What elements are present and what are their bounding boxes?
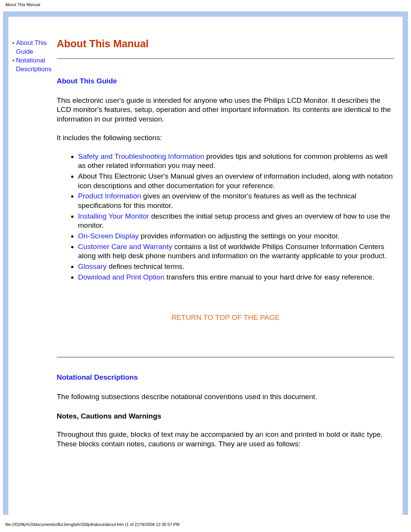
sidebar-link-notational[interactable]: Notational Descriptions bbox=[16, 56, 52, 74]
list-item: Download and Print Option transfers this… bbox=[78, 273, 394, 282]
footer-file-path: file:///D|/My%20documents/dfu/J/english/… bbox=[5, 522, 180, 527]
paragraph-notational-intro: The following subsections describe notat… bbox=[57, 392, 394, 402]
link-customer-care-warranty[interactable]: Customer Care and Warranty bbox=[78, 243, 172, 251]
link-safety-troubleshooting[interactable]: Safety and Troubleshooting Information bbox=[78, 152, 204, 160]
list-text: transfers this entire manual to your har… bbox=[164, 273, 374, 281]
sidebar-link-about-guide[interactable]: About This Guide bbox=[16, 39, 50, 56]
section-heading-about-guide: About This Guide bbox=[57, 77, 394, 86]
sections-list: Safety and Troubleshooting Information p… bbox=[57, 152, 394, 282]
list-item: Glossary defines technical terms. bbox=[78, 262, 394, 272]
subsection-heading-notes: Notes, Cautions and Warnings bbox=[57, 412, 394, 421]
sidebar-item-notational[interactable]: • Notational Descriptions bbox=[12, 56, 50, 74]
link-glossary[interactable]: Glossary bbox=[78, 262, 107, 270]
list-item: About This Electronic User's Manual give… bbox=[78, 172, 394, 190]
paragraph-notes-body: Throughout this guide, blocks of text ma… bbox=[57, 430, 394, 449]
link-product-information[interactable]: Product Information bbox=[78, 192, 141, 200]
list-item: Installing Your Monitor describes the in… bbox=[78, 212, 394, 230]
section-heading-notational: Notational Descriptions bbox=[57, 373, 394, 382]
bullet-icon: • bbox=[12, 39, 16, 56]
page-title: About This Manual bbox=[57, 37, 394, 51]
sidebar-nav: • About This Guide • Notational Descript… bbox=[8, 17, 52, 515]
divider bbox=[57, 357, 394, 358]
return-to-top-link[interactable]: RETURN TO TOP OF THE PAGE bbox=[171, 313, 280, 321]
browser-page-title: About This Manual bbox=[5, 2, 40, 7]
link-download-print[interactable]: Download and Print Option bbox=[78, 273, 164, 281]
list-text: About This Electronic User's Manual give… bbox=[78, 172, 393, 190]
list-item: Product Information gives an overview of… bbox=[78, 192, 394, 210]
list-text: defines technical terms. bbox=[107, 262, 185, 270]
link-installing-monitor[interactable]: Installing Your Monitor bbox=[78, 212, 149, 220]
list-text: provides information on adjusting the se… bbox=[139, 232, 339, 240]
main-content: About This Manual About This Guide This … bbox=[52, 17, 403, 515]
list-item: Safety and Troubleshooting Information p… bbox=[78, 152, 394, 171]
page: About This Manual • About This Guide • N… bbox=[0, 0, 411, 532]
list-item: On-Screen Display provides information o… bbox=[78, 232, 394, 241]
divider bbox=[57, 58, 394, 59]
link-on-screen-display[interactable]: On-Screen Display bbox=[78, 232, 139, 240]
paragraph-sections-intro: It includes the following sections: bbox=[57, 133, 394, 143]
sidebar-item-about-guide[interactable]: • About This Guide bbox=[12, 39, 50, 56]
paragraph-intro: This electronic user's guide is intended… bbox=[57, 96, 394, 124]
content-frame: • About This Guide • Notational Descript… bbox=[3, 11, 408, 515]
return-to-top-container: RETURN TO TOP OF THE PAGE bbox=[57, 313, 394, 323]
bullet-icon: • bbox=[12, 56, 16, 74]
content-inner: • About This Guide • Notational Descript… bbox=[8, 17, 403, 515]
list-item: Customer Care and Warranty contains a li… bbox=[78, 242, 394, 261]
